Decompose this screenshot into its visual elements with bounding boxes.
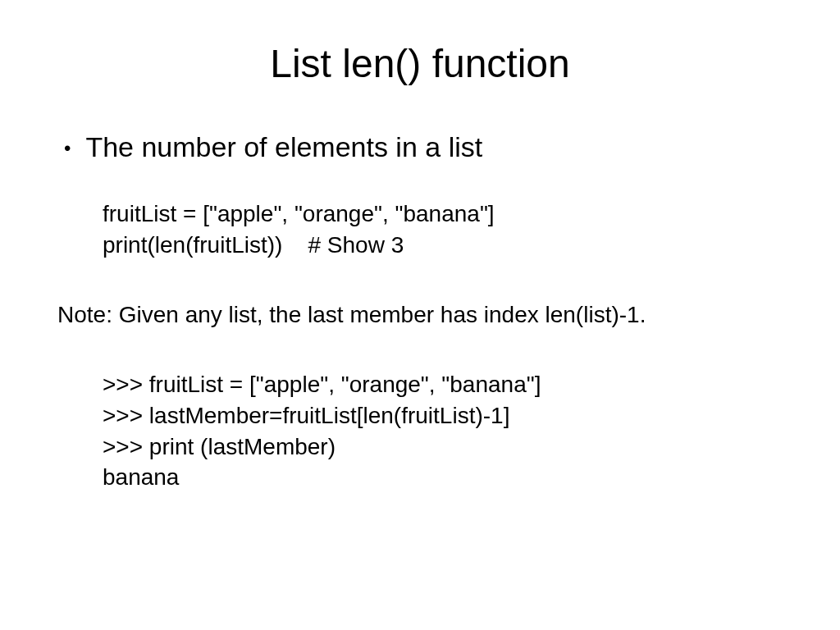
slide-title: List len() function <box>57 41 783 86</box>
code-line: >>> fruitList = ["apple", "orange", "ban… <box>103 369 783 400</box>
code-example-1: fruitList = ["apple", "orange", "banana"… <box>103 199 783 261</box>
bullet-list: • The number of elements in a list <box>57 131 783 166</box>
bullet-dot-icon: • <box>64 131 71 166</box>
bullet-text: The number of elements in a list <box>85 131 482 163</box>
code-line: fruitList = ["apple", "orange", "banana"… <box>103 199 783 230</box>
bullet-item: • The number of elements in a list <box>57 131 783 166</box>
code-line: >>> print (lastMember) <box>103 431 783 463</box>
code-line: >>> lastMember=fruitList[len(fruitList)-… <box>103 400 783 431</box>
code-line: print(len(fruitList)) # Show 3 <box>103 230 783 261</box>
code-line: banana <box>103 462 783 493</box>
code-example-2: >>> fruitList = ["apple", "orange", "ban… <box>103 369 783 493</box>
note-text: Note: Given any list, the last member ha… <box>57 300 783 330</box>
